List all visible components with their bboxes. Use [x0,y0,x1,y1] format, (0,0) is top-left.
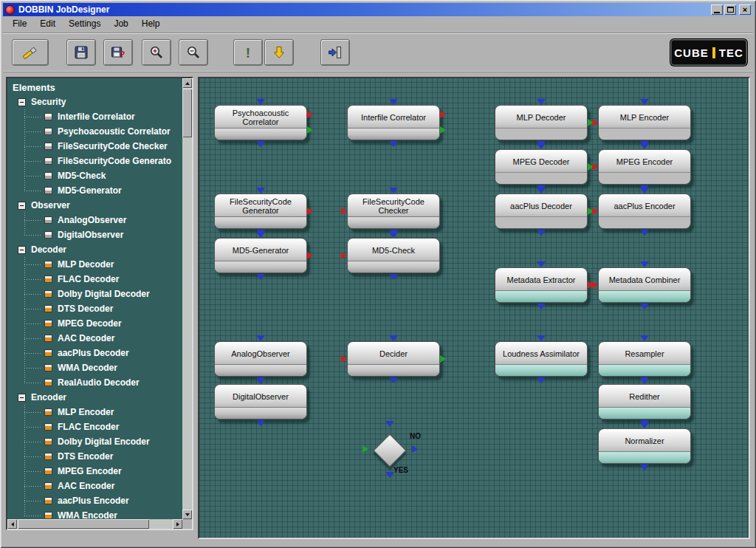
tree-item-mlp-encoder[interactable]: MLP Encoder [10,405,182,419]
red-port-left[interactable] [592,119,598,126]
zoom-out-button[interactable] [179,39,208,66]
blue-port-top[interactable] [640,335,649,341]
tree-item-aac-encoder[interactable]: AAC Encoder [10,479,182,493]
sidebar-horizontal-scrollbar[interactable] [7,519,182,529]
node-normalizer[interactable]: Normalizer [598,428,691,464]
green-port-right[interactable] [440,355,446,363]
save-button[interactable] [66,39,96,66]
scroll-down-button[interactable] [182,510,192,519]
blue-port-bottom[interactable] [537,230,546,236]
tree-category-security[interactable]: Security [10,95,182,109]
tree-item-mlp-decoder[interactable]: MLP Decoder [10,257,182,272]
red-port-right[interactable] [307,208,313,215]
blue-port-top[interactable] [537,99,546,105]
red-port-left[interactable] [341,355,347,363]
blue-port-top[interactable] [640,143,649,149]
node-redither[interactable]: Redither [598,384,691,419]
blue-port-bottom[interactable] [640,465,649,470]
tree-item-aac-decoder[interactable]: AAC Decoder [10,331,182,346]
import-button[interactable] [264,39,294,66]
node-md5-generator[interactable]: MD5-Generator [214,238,307,273]
node-psychoacoustic-correlator[interactable]: Psychoacoustic Correlator [214,105,307,140]
node-metadata-combiner[interactable]: Metadata Combiner [598,267,691,303]
titlebar[interactable]: DOBBIN JobDesigner × [3,3,753,16]
decision-diamond[interactable] [373,434,406,467]
tree-item-interfile-correlator[interactable]: Interfile Correlator [10,109,182,124]
green-port-right-lower[interactable] [307,126,313,134]
blue-port-bottom[interactable] [640,230,649,236]
red-port-left[interactable] [341,252,347,259]
menu-edit[interactable]: Edit [33,17,62,31]
node-digitalobserver[interactable]: DigitalObserver [214,384,307,419]
blue-port-top[interactable] [537,188,546,193]
red-port-left[interactable] [341,208,347,215]
blue-port-top[interactable] [385,421,394,427]
tree-item-wma-decoder[interactable]: WMA Decoder [10,360,182,375]
blue-port-bottom[interactable] [256,420,265,426]
validate-button[interactable]: ! [233,39,263,66]
wizard-button[interactable] [12,39,49,66]
node-mpeg-decoder[interactable]: MPEG Decoder [495,149,588,185]
tree-item-mpeg-encoder[interactable]: MPEG Encoder [10,464,182,479]
blue-port-top[interactable] [640,99,649,105]
sidebar-vertical-scrollbar[interactable] [182,78,192,519]
blue-port-top[interactable] [640,261,649,267]
blue-port-top[interactable] [256,232,265,238]
node-analogobserver[interactable]: AnalogObserver [214,341,307,377]
node-mlp-encoder[interactable]: MLP Encoder [598,105,691,140]
collapse-icon[interactable] [18,202,26,210]
menu-job[interactable]: Job [107,17,134,31]
tree-item-flac-decoder[interactable]: FLAC Decoder [10,272,182,287]
close-button[interactable]: × [739,4,751,15]
maximize-button[interactable] [724,4,736,15]
scroll-right-button[interactable] [173,519,182,529]
red-port-left[interactable] [592,163,598,171]
node-loudness-assimilator[interactable]: Loudness Assimilator [495,341,588,377]
node-aacplus-decoder[interactable]: aacPlus Decoder [495,193,588,229]
decision-node[interactable]: NO YES [369,430,410,471]
red-port-right[interactable] [307,252,313,259]
blue-port-bottom[interactable] [537,304,546,309]
node-mlp-decoder[interactable]: MLP Decoder [495,105,588,140]
blue-port-top[interactable] [256,188,265,193]
node-mpeg-encoder[interactable]: MPEG Encoder [598,149,691,185]
blue-port-bottom[interactable] [389,377,398,383]
menu-file[interactable]: File [6,17,33,31]
red-port-right-upper[interactable] [307,111,313,118]
blue-port-bottom[interactable] [256,274,265,280]
node-decider[interactable]: Decider [347,341,440,377]
blue-port-bottom[interactable] [640,304,649,309]
tree-item-dts-encoder[interactable]: DTS Encoder [10,449,182,464]
blue-port-bottom[interactable] [389,141,398,147]
node-filesecuritycode-generator[interactable]: FileSecurityCode Generator [214,193,307,229]
blue-port-bottom[interactable] [256,141,265,147]
blue-port-top[interactable] [389,232,398,238]
tree-item-aacplus-encoder[interactable]: aacPlus Encoder [10,493,182,508]
tree-category-observer[interactable]: Observer [10,198,182,213]
red-port-left[interactable] [592,281,598,289]
node-metadata-extractor[interactable]: Metadata Extractor [495,267,588,303]
blue-port-top[interactable] [389,335,398,341]
blue-port-top[interactable] [640,188,649,193]
blue-port-top[interactable] [537,143,546,149]
tree-item-aacplus-decoder[interactable]: aacPlus Decoder [10,346,182,360]
tree-category-encoder[interactable]: Encoder [10,390,182,405]
node-resampler[interactable]: Resampler [598,341,691,377]
blue-port-top[interactable] [256,99,265,105]
blue-port-top[interactable] [256,378,265,384]
menu-help[interactable]: Help [135,17,167,31]
collapse-icon[interactable] [18,98,26,106]
tree-item-analogobserver[interactable]: AnalogObserver [10,213,182,227]
tree-item-flac-encoder[interactable]: FLAC Encoder [10,419,182,434]
horizontal-scroll-thumb[interactable] [18,519,149,529]
tree-item-mpeg-decoder[interactable]: MPEG Decoder [10,316,182,331]
blue-port-bottom[interactable] [537,377,546,383]
tree-item-dolby-digital-decoder[interactable]: Dolby Digital Decoder [10,287,182,301]
menu-settings[interactable]: Settings [62,17,107,31]
blue-port-top[interactable] [389,99,398,105]
blue-port-bottom[interactable] [389,274,398,280]
node-filesecuritycode-checker[interactable]: FileSecurityCode Checker [347,193,440,229]
tree-item-realaudio-decoder[interactable]: RealAudio Decoder [10,375,182,390]
tree-category-decoder[interactable]: Decoder [10,242,182,257]
zoom-in-button[interactable] [142,39,171,66]
